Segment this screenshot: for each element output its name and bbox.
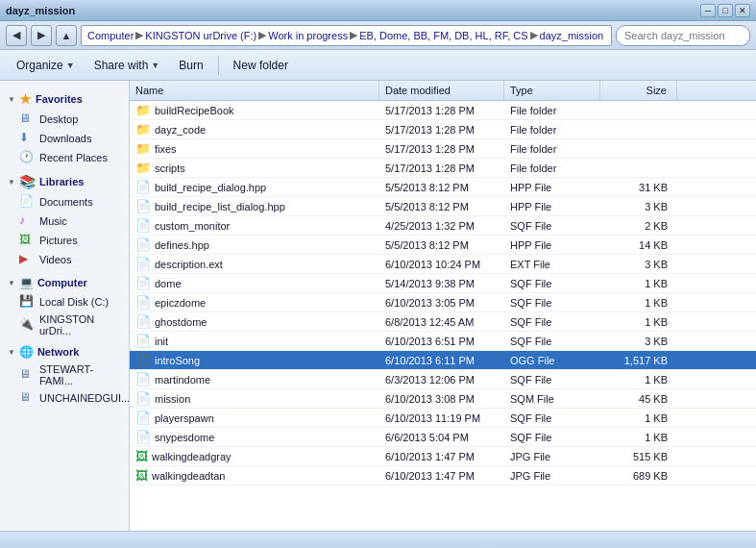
sidebar-item-documents[interactable]: 📄 Documents <box>4 192 125 212</box>
minimize-button[interactable]: ─ <box>700 4 716 17</box>
file-date: 6/3/2013 12:06 PM <box>379 374 504 386</box>
sidebar-item-downloads[interactable]: ⬇ Downloads <box>4 129 125 148</box>
close-button[interactable]: ✕ <box>735 4 750 17</box>
table-row[interactable]: 📄 build_recipe_dialog.hpp 5/5/2013 8:12 … <box>130 178 756 197</box>
file-type: File folder <box>504 105 600 116</box>
sidebar-item-unchained[interactable]: 🖥 UNCHAINEDGUI... <box>4 388 125 408</box>
file-date: 4/25/2013 1:32 PM <box>379 220 504 232</box>
table-row[interactable]: 📁 dayz_code 5/17/2013 1:28 PM File folde… <box>130 120 756 139</box>
path-computer[interactable]: Computer <box>87 30 134 41</box>
sidebar-item-stewart[interactable]: 🖥 STEWART-FAMI... <box>4 361 125 388</box>
sidebar-item-kingston[interactable]: 🔌 KINGSTON urDri... <box>4 311 125 338</box>
network-header[interactable]: ▼ 🌐 Network <box>4 342 125 361</box>
table-row[interactable]: 📄 ghostdome 6/8/2013 12:45 AM SQF File 1… <box>130 312 756 332</box>
file-date: 6/8/2013 12:45 AM <box>379 316 504 328</box>
table-row[interactable]: 📄 martindome 6/3/2013 12:06 PM SQF File … <box>130 370 756 389</box>
file-size: 3 KB <box>600 201 677 212</box>
path-kingston[interactable]: KINGSTON urDrive (F:) <box>145 30 256 41</box>
file-type: SQF File <box>504 316 600 328</box>
network-section: ▼ 🌐 Network 🖥 STEWART-FAMI... 🖥 UNCHAINE… <box>4 342 125 408</box>
search-input[interactable] <box>616 25 750 46</box>
sidebar-item-desktop[interactable]: 🖥 Desktop <box>4 110 125 129</box>
downloads-icon: ⬇ <box>19 131 35 146</box>
file-name: defines.hpp <box>155 239 209 251</box>
table-row[interactable]: 🖼 walkingdeadgray 6/10/2013 1:47 PM JPG … <box>130 447 756 466</box>
stewart-icon: 🖥 <box>19 367 35 383</box>
sidebar-localdisk-label: Local Disk (C:) <box>39 296 109 308</box>
table-row[interactable]: 📄 build_recipe_list_dialog.hpp 5/5/2013 … <box>130 197 756 216</box>
file-date: 5/17/2013 1:28 PM <box>379 143 504 155</box>
path-workinprogress[interactable]: Work in progress <box>268 30 348 41</box>
libraries-label: Libraries <box>39 176 84 187</box>
table-row[interactable]: 🖼 walkingdeadtan 6/10/2013 1:47 PM JPG F… <box>130 466 756 486</box>
table-row[interactable]: 📄 mission 6/10/2013 3:08 PM SQM File 45 … <box>130 389 756 409</box>
favorites-arrow: ▼ <box>8 95 15 104</box>
column-header-date[interactable]: Date modified <box>379 81 504 100</box>
file-size: 31 KB <box>600 182 677 193</box>
new-folder-button[interactable]: New folder <box>225 53 297 78</box>
address-path[interactable]: Computer ▶ KINGSTON urDrive (F:) ▶ Work … <box>81 25 612 46</box>
file-date: 6/10/2013 3:08 PM <box>379 393 504 405</box>
sidebar-item-recent[interactable]: 🕐 Recent Places <box>4 148 125 167</box>
file-date: 6/10/2013 3:05 PM <box>379 297 504 309</box>
file-name: introSong <box>155 355 200 366</box>
path-dayz[interactable]: dayz_mission <box>540 30 604 41</box>
table-row[interactable]: 🎵 introSong 6/10/2013 6:11 PM OGG File 1… <box>130 351 756 370</box>
column-header-size[interactable]: Size <box>600 81 677 100</box>
sqf-file-icon: 📄 <box>135 430 151 444</box>
toolbar: Organize ▼ Share with ▼ Burn New folder <box>0 50 756 81</box>
favorites-header[interactable]: ▼ ★ Favorites <box>4 88 125 110</box>
sidebar-item-localdisk[interactable]: 💾 Local Disk (C:) <box>4 292 125 311</box>
up-button[interactable]: ▲ <box>56 25 77 46</box>
libraries-section: ▼ 📚 Libraries 📄 Documents ♪ Music 🖼 Pict… <box>4 171 125 269</box>
ogg-file-icon: 🎵 <box>135 353 151 367</box>
maximize-button[interactable]: □ <box>718 4 733 17</box>
file-list[interactable]: Name Date modified Type Size 📁 buildReci… <box>130 81 756 531</box>
table-row[interactable]: 📄 defines.hpp 5/5/2013 8:12 PM HPP File … <box>130 236 756 255</box>
libraries-header[interactable]: ▼ 📚 Libraries <box>4 171 125 192</box>
file-type: SQF File <box>504 432 600 443</box>
sidebar-documents-label: Documents <box>39 196 93 208</box>
table-row[interactable]: 📁 buildRecipeBook 5/17/2013 1:28 PM File… <box>130 101 756 120</box>
table-row[interactable]: 📄 dome 5/14/2013 9:38 PM SQF File 1 KB <box>130 274 756 293</box>
jpg-file-icon: 🖼 <box>135 449 148 463</box>
file-size: 1,517 KB <box>600 355 677 366</box>
table-row[interactable]: 📄 snypesdome 6/6/2013 5:04 PM SQF File 1… <box>130 428 756 447</box>
file-name: dome <box>155 278 182 289</box>
table-row[interactable]: 📄 playerspawn 6/10/2013 11:19 PM SQF Fil… <box>130 409 756 428</box>
table-row[interactable]: 📁 fixes 5/17/2013 1:28 PM File folder <box>130 139 756 159</box>
back-button[interactable]: ◀ <box>6 25 27 46</box>
share-with-button[interactable]: Share with ▼ <box>85 53 169 78</box>
sidebar-downloads-label: Downloads <box>39 133 91 144</box>
table-row[interactable]: 📄 init 6/10/2013 6:51 PM SQF File 3 KB <box>130 332 756 351</box>
table-row[interactable]: 📄 description.ext 6/10/2013 10:24 PM EXT… <box>130 255 756 274</box>
path-ebdome[interactable]: EB, Dome, BB, FM, DB, HL, RF, CS <box>359 30 527 41</box>
file-type: EXT File <box>504 259 600 270</box>
sqf-file-icon: 📄 <box>135 218 151 233</box>
file-list-header: Name Date modified Type Size <box>130 81 756 101</box>
sidebar-item-pictures[interactable]: 🖼 Pictures <box>4 231 125 250</box>
table-row[interactable]: 📄 custom_monitor 4/25/2013 1:32 PM SQF F… <box>130 216 756 236</box>
organize-button[interactable]: Organize ▼ <box>8 53 84 78</box>
file-date: 5/17/2013 1:28 PM <box>379 124 504 136</box>
favorites-label: Favorites <box>36 93 83 105</box>
sidebar-recent-label: Recent Places <box>39 152 108 163</box>
column-header-name[interactable]: Name <box>130 81 379 100</box>
toolbar-separator <box>218 56 219 75</box>
computer-header[interactable]: ▼ 💻 Computer <box>4 273 125 292</box>
file-size: 1 KB <box>600 432 677 443</box>
table-row[interactable]: 📄 epiczdome 6/10/2013 3:05 PM SQF File 1… <box>130 293 756 312</box>
file-size: 515 KB <box>600 451 677 462</box>
sidebar-item-music[interactable]: ♪ Music <box>4 212 125 231</box>
file-name: snypesdome <box>155 432 214 443</box>
forward-button[interactable]: ▶ <box>31 25 52 46</box>
file-type: SQF File <box>504 297 600 309</box>
table-row[interactable]: 📁 scripts 5/17/2013 1:28 PM File folder <box>130 159 756 178</box>
column-header-type[interactable]: Type <box>504 81 600 100</box>
sidebar-item-videos[interactable]: ▶ Videos <box>4 250 125 269</box>
favorites-section: ▼ ★ Favorites 🖥 Desktop ⬇ Downloads 🕐 Re… <box>4 88 125 167</box>
computer-arrow: ▼ <box>8 279 15 287</box>
burn-button[interactable]: Burn <box>170 53 211 78</box>
file-size: 1 KB <box>600 278 677 289</box>
file-type: SQF File <box>504 278 600 289</box>
